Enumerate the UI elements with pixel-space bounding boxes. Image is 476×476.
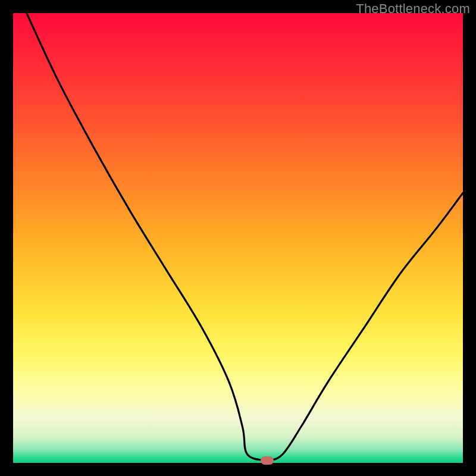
- plot-region: [13, 13, 463, 463]
- minimum-marker: [261, 456, 274, 465]
- chart-frame: TheBottleneck.com: [0, 0, 476, 476]
- chart-curve: [13, 13, 463, 463]
